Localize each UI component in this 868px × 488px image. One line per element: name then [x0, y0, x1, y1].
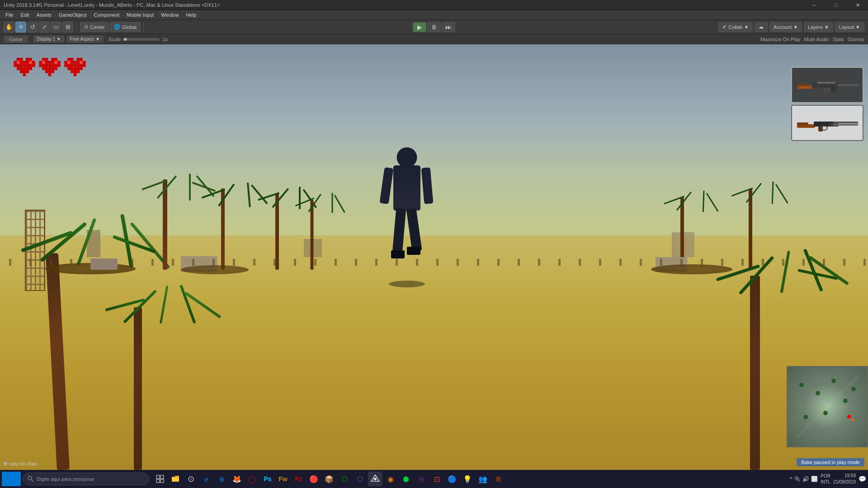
menu-help[interactable]: Help [182, 11, 200, 19]
folder-icon [171, 474, 180, 483]
app-button-3[interactable]: 📦 [322, 472, 336, 486]
svg-rect-97 [833, 124, 858, 126]
scaffold-tower [25, 210, 45, 291]
svg-rect-29 [42, 58, 45, 61]
layers-button[interactable]: Layers ▼ [804, 22, 833, 32]
aspect-arrow: ▼ [95, 37, 100, 42]
rotate-tool-button[interactable]: ↺ [27, 22, 38, 33]
view-right-options: Maximize On Play Mute Audio Stats Gizmos [760, 37, 864, 42]
menu-edit[interactable]: Edit [17, 11, 33, 19]
collab-button[interactable]: ✔ Collab ▼ [718, 22, 753, 32]
svg-rect-66 [83, 61, 86, 64]
blender-button[interactable]: ◉ [383, 472, 398, 486]
scale-tool-button[interactable]: ⤢ [39, 22, 50, 33]
taskbar-apps: ⊙ ℯ ⊕ 🦊 ◯ Ps Fw Fz 🔴 📦 ⬡ ⬡ ◉ ⬢ [153, 472, 505, 486]
svg-rect-27 [17, 58, 18, 61]
ie-button[interactable]: ℯ [199, 472, 213, 486]
minimap [787, 366, 868, 447]
system-clock[interactable]: 19:59 21/09/2019 [833, 473, 856, 485]
menu-window[interactable]: Window [157, 11, 182, 19]
menu-gameobject[interactable]: GameObject [55, 11, 90, 19]
app-button-1[interactable]: Fw [276, 472, 290, 486]
app-button-4[interactable]: ⬡ [337, 472, 352, 486]
vs-button[interactable]: ⊞ [414, 472, 429, 486]
layout-button[interactable]: Layout ▼ [835, 22, 864, 32]
tool-group: ✋ ✛ ↺ ⤢ ▭ ⊞ [4, 22, 76, 33]
top-right-controls: ✔ Collab ▼ ☁ Account ▼ Layers ▼ Layout ▼ [718, 22, 864, 32]
transform-tool-button[interactable]: ⊞ [62, 22, 73, 33]
menu-file[interactable]: File [2, 11, 17, 19]
svg-rect-61 [67, 61, 71, 64]
svg-rect-32 [54, 58, 57, 61]
app-button-5[interactable]: ⬡ [353, 472, 367, 486]
steam-button[interactable]: ⊙ [184, 472, 198, 486]
app-button-8[interactable]: 💡 [460, 472, 475, 486]
edge-button[interactable]: ⊕ [214, 472, 229, 486]
language-indicator[interactable]: POR INTL [821, 473, 830, 485]
mute-audio-button[interactable]: Mute Audio [804, 37, 829, 42]
filezilla-button[interactable]: Fz [291, 472, 306, 486]
svg-rect-84 [797, 84, 806, 86]
firefox-button[interactable]: 🦊 [230, 472, 244, 486]
global-toggle[interactable]: 🌐 Global [110, 22, 141, 32]
maximize-on-play-button[interactable]: Maximize On Play [760, 37, 801, 42]
hand-tool-button[interactable]: ✋ [4, 22, 14, 33]
svg-rect-18 [17, 67, 20, 70]
menu-assets[interactable]: Assets [33, 11, 55, 19]
step-button[interactable]: ⏭ [442, 22, 455, 32]
stats-button[interactable]: Stats [833, 37, 844, 42]
notification-button[interactable]: 💬 [859, 475, 866, 483]
window-title: Unity 2018.3.14f1 Personal - Level1.unit… [4, 2, 864, 8]
volume-icon[interactable]: 🔊 [802, 476, 809, 482]
move-tool-button[interactable]: ✛ [15, 22, 26, 33]
aspect-button[interactable]: Free Aspect ▼ [67, 36, 103, 42]
menu-mobileinput[interactable]: Mobile Input [123, 11, 157, 19]
svg-rect-88 [798, 86, 811, 89]
app-button-6[interactable]: ⬢ [399, 472, 413, 486]
file-explorer-button[interactable] [168, 472, 183, 486]
svg-rect-7 [23, 61, 26, 64]
maximize-button[interactable]: □ [826, 0, 846, 10]
opera-button[interactable]: ◯ [245, 472, 259, 486]
photoshop-button[interactable]: Ps [260, 472, 275, 486]
scale-slider[interactable] [123, 38, 160, 41]
svg-rect-52 [45, 70, 48, 73]
taskbar-search[interactable]: Digite aqui para pesquisar [23, 473, 149, 485]
rect-tool-button[interactable]: ▭ [51, 22, 61, 33]
app-button-7[interactable]: ⊡ [429, 472, 444, 486]
menu-component[interactable]: Component [90, 11, 123, 19]
app-button-9[interactable]: 👥 [476, 472, 490, 486]
lang-2: INTL [821, 479, 830, 485]
status-message: caiu no chao [4, 461, 37, 466]
task-view-button[interactable] [153, 472, 167, 486]
app-button-10[interactable]: ⊞ [491, 472, 505, 486]
palm-tree-3 [158, 170, 172, 270]
game-tab[interactable]: Game [4, 36, 28, 43]
svg-rect-45 [54, 64, 57, 67]
play-button[interactable]: ▶ [413, 22, 426, 32]
unity-button[interactable] [368, 472, 382, 486]
display-button[interactable]: Display 1 ▼ [33, 36, 64, 42]
pause-button[interactable]: ⏸ [427, 22, 441, 32]
account-button[interactable]: Account ▼ [769, 22, 802, 32]
close-button[interactable]: ✕ [847, 0, 868, 10]
cloud-button[interactable]: ☁ [755, 22, 768, 32]
unity-icon [371, 474, 380, 483]
svg-rect-43 [48, 64, 52, 67]
start-button[interactable] [2, 472, 21, 486]
svg-rect-10 [32, 61, 35, 64]
weapon-slot-2[interactable] [791, 105, 863, 141]
network-icon[interactable]: 🔌 [794, 476, 801, 482]
minimize-button[interactable]: ─ [804, 0, 825, 10]
svg-rect-31 [51, 58, 54, 61]
weapon-slot-1[interactable] [791, 67, 863, 103]
malwarebytes-button[interactable]: 🔵 [445, 472, 459, 486]
svg-rect-63 [74, 61, 77, 64]
gizmos-button[interactable]: Gizmos [848, 37, 864, 42]
aspect-label: Free Aspect [70, 37, 94, 42]
app-button-2[interactable]: 🔴 [307, 472, 321, 486]
layout-label: Layout ▼ [839, 24, 860, 30]
heart-1 [14, 58, 35, 78]
chevron-icon[interactable]: ^ [790, 476, 793, 482]
center-toggle[interactable]: ⊙ Center [80, 22, 109, 32]
